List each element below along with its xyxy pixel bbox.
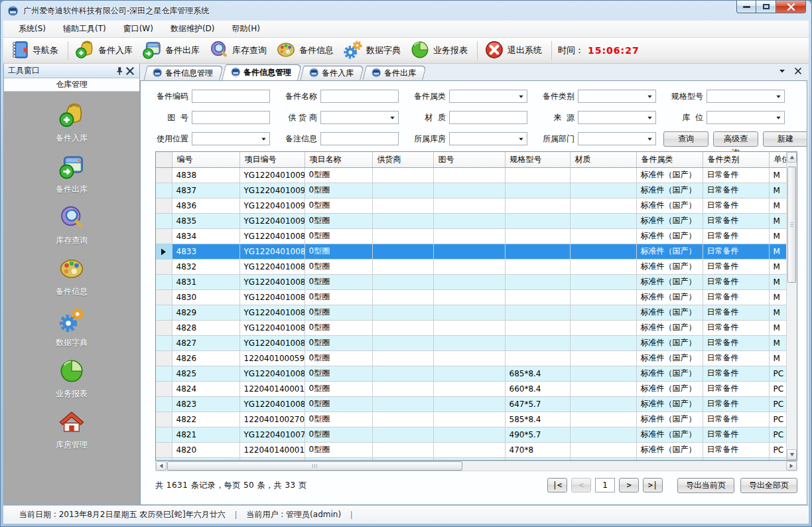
scroll-down-button[interactable] xyxy=(787,449,797,460)
scroll-up-button[interactable] xyxy=(787,152,797,163)
prev-page-button[interactable]: < xyxy=(571,478,591,492)
column-header[interactable]: 备件类别 xyxy=(703,152,769,167)
column-header[interactable]: 项目名称 xyxy=(304,152,372,167)
column-header[interactable]: 编号 xyxy=(172,152,239,167)
new-button[interactable]: 新建 xyxy=(763,131,807,147)
tabbar: 备件信息管理备件信息管理备件入库备件出库 xyxy=(140,64,809,80)
menu-item-data-maintenance[interactable]: 数据维护(D) xyxy=(162,21,224,37)
maximize-button[interactable] xyxy=(756,1,776,13)
v-scrollbar[interactable] xyxy=(786,152,797,460)
drawing-no-input[interactable] xyxy=(192,111,270,124)
table-row[interactable]: 482012204014000130型圈470*8标准件（国产）日常备件PC xyxy=(156,442,786,457)
warehouse-combobox[interactable] xyxy=(449,132,527,145)
part-attr-category-combobox[interactable] xyxy=(449,90,527,103)
sidebar-item-stock-query[interactable]: 库存查询 xyxy=(32,204,111,246)
table-row[interactable]: 4823YG122040100800型圈647*5.7标准件（国产）日常备件PC xyxy=(156,396,786,412)
pagination-bar: 共 1631 条记录，每页 50 条，共 33 页 |< < 1 > >| 导出… xyxy=(155,477,797,494)
column-header[interactable]: 单位 xyxy=(769,152,786,167)
table-row[interactable]: 4835YG122040100900型圈标准件（国产）日常备件M xyxy=(156,213,786,228)
cell: 日常备件 xyxy=(703,427,769,442)
tab-list-dropdown-icon[interactable] xyxy=(778,67,786,77)
column-header[interactable]: 备件属类 xyxy=(636,152,703,167)
v-scroll-thumb[interactable] xyxy=(787,167,796,283)
tab-spare-inbound[interactable]: 备件入库 xyxy=(300,66,364,80)
sidebar-item-spare-info[interactable]: 备件信息 xyxy=(32,256,111,297)
table-row[interactable]: 4828YG122040100830型圈标准件（国产）日常备件M xyxy=(156,320,786,335)
usage-position-combobox[interactable] xyxy=(192,132,270,145)
spec-model-combobox[interactable] xyxy=(707,90,785,103)
cell xyxy=(372,289,433,305)
menu-item-aux-tools[interactable]: 辅助工具(T) xyxy=(54,21,115,37)
tab-spare-info-mgmt-1[interactable]: 备件信息管理 xyxy=(143,66,223,80)
toolbar-button-spare-inbound[interactable]: 备件入库 xyxy=(72,38,139,64)
table-row[interactable]: 4830YG122040100850型圈标准件（国产）日常备件M xyxy=(156,289,786,305)
location-combobox[interactable] xyxy=(707,111,785,124)
table-row[interactable]: 4836YG122040100910型圈标准件（国产）日常备件M xyxy=(156,198,786,213)
scroll-left-button[interactable] xyxy=(156,461,167,471)
last-page-button[interactable]: >| xyxy=(643,478,663,492)
sidebar-item-business-report[interactable]: 业务报表 xyxy=(32,358,111,400)
pin-icon[interactable] xyxy=(114,66,125,76)
export-all-pages-button[interactable]: 导出全部页 xyxy=(740,478,797,493)
toolbar-button-exit-system[interactable]: 退出系统 xyxy=(481,38,548,64)
part-code-input[interactable] xyxy=(192,90,270,103)
toolbar-button-data-dictionary[interactable]: 数据字典 xyxy=(340,38,407,64)
cell: 标准件（国产） xyxy=(636,274,703,289)
toolbar-button-navbar[interactable]: 导航条 xyxy=(6,38,64,64)
cell: 日常备件 xyxy=(703,442,769,457)
department-combobox[interactable] xyxy=(578,132,656,145)
close-panel-icon[interactable] xyxy=(125,66,135,76)
h-scrollbar[interactable] xyxy=(155,461,797,471)
source-combobox[interactable] xyxy=(578,111,656,124)
sidebar-item-spare-outbound[interactable]: 备件出库 xyxy=(32,153,111,195)
query-button[interactable]: 查询 xyxy=(663,131,709,147)
sidebar-item-warehouse-mgmt[interactable]: 库房管理 xyxy=(32,409,111,451)
first-page-button[interactable]: |< xyxy=(547,478,567,492)
supplier-combobox[interactable] xyxy=(320,111,399,124)
table-row[interactable]: 482412204014000120型圈660*8.4标准件（国产）日常备件PC xyxy=(156,381,786,396)
column-header[interactable]: 材质 xyxy=(570,152,636,167)
material-input[interactable] xyxy=(449,111,527,124)
remark-input[interactable] xyxy=(320,132,399,145)
table-row[interactable]: 4827YG122040100820型圈标准件（国产）日常备件M xyxy=(156,335,786,350)
toolbar-button-stock-query[interactable]: 库存查询 xyxy=(206,38,273,64)
table-row[interactable]: 4825YG122040100810型圈685*8.4标准件（国产）日常备件PC xyxy=(156,366,786,381)
menu-item-help[interactable]: 帮助(H) xyxy=(224,21,269,37)
table-row[interactable]: 4838YG122040100930型圈标准件（国产）日常备件M xyxy=(156,167,786,183)
advanced-query-button[interactable]: 高级查询 xyxy=(713,131,758,147)
toolbar-button-spare-info[interactable]: 备件信息 xyxy=(273,38,340,64)
export-current-page-button[interactable]: 导出当前页 xyxy=(677,478,734,493)
tab-spare-info-mgmt-2[interactable]: 备件信息管理 xyxy=(222,64,302,80)
column-header[interactable]: 供货商 xyxy=(372,152,433,167)
table-row[interactable]: 4821YG122040100790型圈490*5.7标准件（国产）日常备件PC xyxy=(156,427,786,442)
part-type-combobox[interactable] xyxy=(578,90,656,103)
menu-item-system[interactable]: 系统(S) xyxy=(10,21,54,37)
cell: YG12204010084 xyxy=(239,305,304,320)
table-row[interactable]: 4834YG122040100890型圈标准件（国产）日常备件M xyxy=(156,228,786,244)
table-row[interactable]: 482212204010027000型圈585*8.4标准件（国产）日常备件PC xyxy=(156,412,786,427)
table-row[interactable]: 4831YG122040100860型圈标准件（国产）日常备件M xyxy=(156,274,786,289)
toolbar-button-business-report[interactable]: 业务报表 xyxy=(407,38,474,64)
table-row[interactable]: 4833YG122040100880型圈标准件（国产）日常备件M xyxy=(156,244,786,259)
column-header[interactable]: 图号 xyxy=(433,152,505,167)
h-scroll-thumb[interactable] xyxy=(167,461,462,471)
scroll-right-button[interactable] xyxy=(786,461,797,471)
next-page-button[interactable]: > xyxy=(619,478,639,492)
page-number-input[interactable]: 1 xyxy=(595,478,615,492)
part-name-input[interactable] xyxy=(320,90,399,103)
table-row[interactable]: 4832YG122040100870型圈标准件（国产）日常备件M xyxy=(156,259,786,274)
table-row[interactable]: 4837YG122040100920型圈标准件（国产）日常备件M xyxy=(156,183,786,198)
tab-close-icon[interactable] xyxy=(794,67,802,77)
close-button[interactable] xyxy=(776,1,806,13)
table-row[interactable]: 482612204010005990型圈标准件（国产）日常备件M xyxy=(156,350,786,366)
cell xyxy=(570,183,636,198)
column-header[interactable]: 规格型号 xyxy=(505,152,570,167)
table-row[interactable]: 4829YG122040100840型圈标准件（国产）日常备件M xyxy=(156,305,786,320)
sidebar-item-data-dictionary[interactable]: 数据字典 xyxy=(32,307,111,348)
toolbar-button-spare-outbound[interactable]: 备件出库 xyxy=(139,38,206,64)
sidebar-item-spare-inbound[interactable]: 备件入库 xyxy=(32,102,111,144)
column-header[interactable]: 项目编号 xyxy=(239,152,304,167)
tab-spare-outbound[interactable]: 备件出库 xyxy=(362,66,426,80)
minimize-button[interactable] xyxy=(736,1,756,13)
menu-item-window[interactable]: 窗口(W) xyxy=(115,21,162,37)
